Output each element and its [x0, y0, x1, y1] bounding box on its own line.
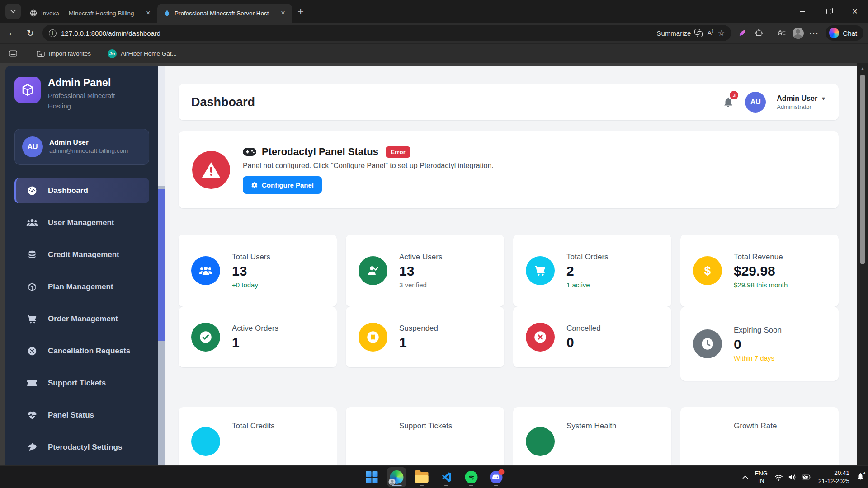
cart-icon [26, 314, 38, 324]
spotify-icon [465, 471, 478, 483]
address-bar[interactable]: i 127.0.0.1:8000/admin/dashboard Summari… [42, 25, 731, 41]
sidebar-scrollbar-thumb[interactable] [158, 189, 165, 341]
sidebar-item-dashboard[interactable]: Dashboard [14, 178, 149, 203]
sidebar-item-label: Support Tickets [48, 379, 106, 388]
new-tab-button[interactable]: + [297, 5, 304, 18]
user-menu[interactable]: Admin User ▼ Administrator [777, 94, 826, 110]
profile-avatar[interactable] [791, 26, 805, 40]
page-scrollbar-thumb[interactable] [860, 75, 865, 264]
stat-sub: 1 active [566, 281, 609, 289]
brand: Admin Panel Professional Minecraft Hosti… [14, 77, 149, 112]
gear-icon [251, 182, 258, 189]
tab-search-button[interactable] [5, 4, 21, 19]
chat-label: Chat [843, 29, 857, 37]
page-scrollbar[interactable]: ▲ [857, 63, 868, 465]
browser-toolbar: ← ↻ i 127.0.0.1:8000/admin/dashboard Sum… [0, 23, 868, 43]
stat-value: 0 [566, 335, 601, 351]
stat-label: Total Users [232, 253, 270, 262]
sidebar-item-label: Panel Status [48, 411, 94, 420]
taskbar-file-explorer[interactable] [412, 467, 431, 487]
restore-button[interactable] [816, 0, 842, 23]
close-button[interactable]: × [842, 0, 868, 23]
site-info-icon[interactable]: i [49, 29, 57, 37]
taskbar-edge[interactable] [387, 467, 406, 487]
taskbar-discord[interactable] [487, 467, 506, 487]
credits-icon [191, 427, 220, 456]
stat-value: 13 [232, 263, 270, 279]
dashboard-content: Dashboard 3 AU Admin User ▼ A [165, 66, 857, 465]
sidebar-subtitle: Professional Minecraft Hosting [48, 90, 138, 112]
reading-pane-icon[interactable] [6, 47, 20, 61]
stat-value: $29.98 [734, 263, 788, 279]
stat-value: 2 [566, 263, 609, 279]
sidebar-item-panel-status[interactable]: Panel Status [14, 403, 149, 428]
browser-tab-strip: Invoxa — Minecraft Hosting Billing × Pro… [0, 0, 868, 23]
system-tray[interactable] [774, 474, 811, 481]
import-favorites-button[interactable]: Import favorites [37, 50, 91, 57]
sidebar-item-user-management[interactable]: User Management [14, 210, 149, 235]
sidebar-item-order-management[interactable]: Order Management [14, 306, 149, 332]
back-button[interactable]: ← [5, 26, 20, 40]
bookmark-airfiber[interactable]: Jio AirFiber Home Gat... [108, 49, 177, 58]
tab-active-dashboard[interactable]: Professional Minecraft Server Host × [157, 4, 292, 23]
dragon-icon [26, 442, 38, 452]
stat-label: Total Orders [566, 253, 609, 262]
stat-label: Expiring Soon [734, 326, 782, 335]
panel-status-alert: Pterodactyl Panel Status Error Panel not… [179, 131, 839, 208]
sidebar-item-label: User Management [48, 218, 114, 227]
tab-close-icon[interactable]: × [144, 9, 153, 18]
tab-title: Professional Minecraft Server Host [175, 10, 274, 17]
url-text[interactable]: 127.0.0.1:8000/admin/dashboard [61, 29, 160, 37]
sidebar-item-credit-management[interactable]: Credit Management [14, 242, 149, 267]
taskbar-clock[interactable]: 20:41 21-12-2025 [818, 469, 849, 485]
users-icon [191, 256, 220, 285]
folder-icon [415, 472, 429, 483]
stat-sub: Within 7 days [734, 354, 782, 362]
tab-title: Invoxa — Minecraft Hosting Billing [41, 10, 140, 17]
read-aloud-icon[interactable]: A) [707, 29, 713, 37]
stat-label: Suspended [399, 324, 438, 333]
settings-menu-icon[interactable]: ··· [807, 26, 821, 40]
clock-icon [693, 329, 722, 358]
volume-icon [788, 474, 797, 481]
refresh-button[interactable]: ↻ [23, 26, 38, 40]
sidebar-scrollbar[interactable] [158, 66, 165, 465]
copilot-chat-button[interactable]: Chat [826, 25, 863, 41]
favorites-bar: Import favorites Jio AirFiber Home Gat..… [0, 43, 868, 63]
language-indicator[interactable]: ENG IN [755, 470, 768, 485]
extensions-icon[interactable] [752, 26, 765, 40]
stat-label: Growth Rate [734, 422, 777, 431]
favorites-bar-icon[interactable] [775, 26, 788, 40]
edge-profile-avatar-icon [389, 479, 396, 485]
sidebar-item-label: Credit Management [48, 250, 119, 259]
tab-invoxa[interactable]: Invoxa — Minecraft Hosting Billing × [24, 4, 157, 23]
page-header: Dashboard 3 AU Admin User ▼ A [179, 84, 839, 120]
start-button[interactable] [363, 467, 382, 487]
notifications-button[interactable]: 3 [722, 94, 734, 110]
users-icon [26, 218, 38, 228]
taskbar-vscode[interactable] [437, 467, 456, 487]
favorite-star-icon[interactable]: ☆ [718, 28, 725, 38]
configure-panel-button[interactable]: Configure Panel [243, 176, 322, 194]
summarize-button[interactable]: Summarize [657, 29, 703, 37]
header-user-role: Administrator [777, 103, 826, 110]
notification-bell-icon[interactable]: z [856, 472, 864, 482]
alert-message: Panel not configured. Click "Configure P… [243, 162, 494, 170]
globe-icon [30, 9, 37, 17]
sidebar-item-pterodactyl-settings[interactable]: Pterodactyl Settings [14, 435, 149, 460]
gamepad-icon [243, 147, 256, 156]
sidebar-item-support-tickets[interactable]: Support Tickets [14, 371, 149, 396]
dollar-icon: $ [693, 256, 722, 285]
sidebar-user-card[interactable]: AU Admin User admin@minecraft-billing.co… [14, 129, 149, 165]
scroll-up-icon[interactable]: ▲ [857, 66, 868, 71]
toolbar-divider [770, 28, 770, 38]
browser-essentials-icon[interactable] [736, 26, 749, 40]
sidebar-item-cancellation-requests[interactable]: Cancellation Requests [14, 338, 149, 364]
sidebar-item-plan-management[interactable]: Plan Management [14, 274, 149, 300]
gauge-icon [26, 185, 38, 196]
tray-chevron-up-icon[interactable] [742, 475, 748, 479]
edge-icon [390, 470, 404, 484]
tab-close-icon[interactable]: × [278, 9, 288, 18]
taskbar-spotify[interactable] [462, 467, 481, 487]
minimize-button[interactable] [789, 0, 816, 23]
